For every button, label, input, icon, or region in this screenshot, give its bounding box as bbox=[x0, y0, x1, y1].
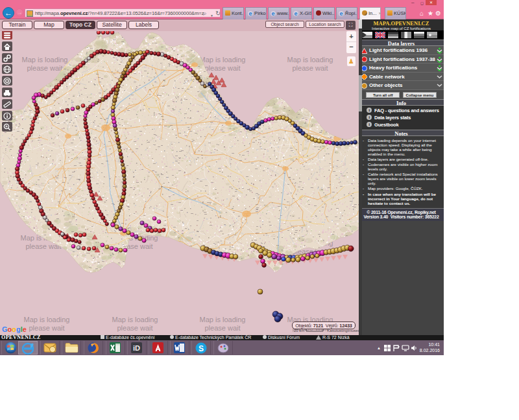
svg-text:please wait: please wait bbox=[292, 64, 328, 72]
svg-text:S: S bbox=[199, 344, 204, 353]
svg-text:please wait: please wait bbox=[204, 64, 240, 72]
svg-text:Map is loading: Map is loading bbox=[287, 56, 333, 64]
svg-text:please wait: please wait bbox=[27, 64, 62, 72]
svg-text:Map is loading: Map is loading bbox=[22, 56, 68, 64]
svg-text:please wait: please wait bbox=[117, 324, 152, 332]
svg-text:please wait: please wait bbox=[204, 324, 240, 332]
svg-text:please wait: please wait bbox=[29, 324, 64, 332]
svg-text:Map is loading: Map is loading bbox=[200, 316, 246, 323]
svg-text:iD: iD bbox=[133, 344, 140, 352]
svg-text:Map is loading: Map is loading bbox=[200, 56, 246, 64]
svg-text:Map is loading: Map is loading bbox=[24, 316, 70, 323]
svg-text:Map is loading: Map is loading bbox=[112, 316, 158, 323]
